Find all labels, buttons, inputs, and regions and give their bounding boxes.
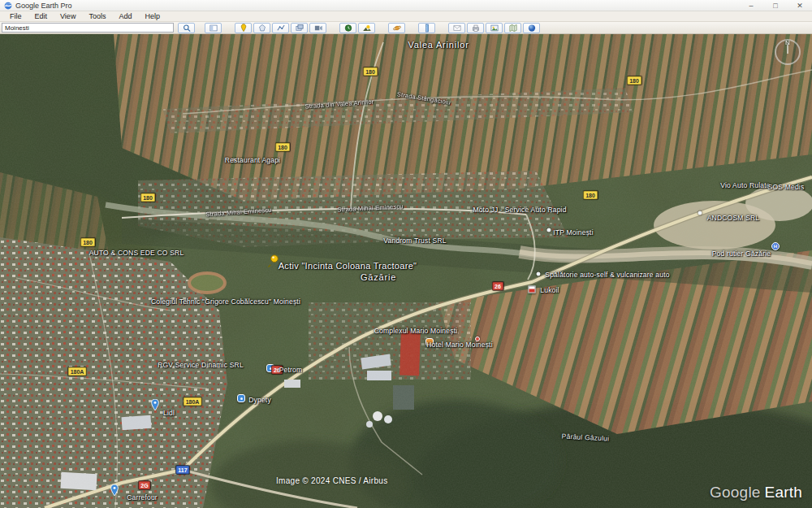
lukoil-poi-icon[interactable] — [529, 286, 536, 293]
carrefour-pin-icon[interactable] — [110, 484, 119, 499]
sidebar-toggle-button[interactable] — [205, 23, 222, 33]
imagery-attribution: Image © 2024 CNES / Airbus — [276, 476, 387, 485]
google-earth-logo: GoogleEarth — [710, 484, 802, 501]
map-label-carrefour[interactable]: Carrefour — [127, 493, 158, 501]
sunlight-button[interactable] — [358, 23, 375, 33]
road-badge-180: 180 — [275, 143, 290, 152]
road-badge-180: 180 — [363, 67, 378, 76]
map-label-sos-medis[interactable]: SOS Medis — [768, 183, 805, 191]
minimize-button[interactable]: – — [739, 0, 763, 11]
menu-file[interactable]: File — [3, 11, 28, 22]
planets-button[interactable] — [388, 23, 405, 33]
road-badge-180a: 180A — [184, 397, 202, 406]
menu-bar: FileEditViewToolsAddHelp — [0, 11, 812, 22]
menu-view[interactable]: View — [54, 11, 82, 22]
map-label-vandrom-trust[interactable]: Vandrom Trust SRL — [383, 237, 446, 245]
add-image-overlay-button[interactable] — [291, 23, 308, 33]
map-label-valea-arinilor: Valea Arinilor — [408, 40, 469, 50]
ruler-button[interactable] — [418, 23, 435, 33]
road-badge-26: 26 — [492, 282, 503, 291]
menu-edit[interactable]: Edit — [28, 11, 54, 22]
add-polygon-button[interactable] — [253, 23, 270, 33]
logo-google-text: Google — [710, 484, 760, 501]
map-label-dypety[interactable]: Dypety — [248, 396, 271, 404]
map-label-hotel-mario[interactable]: Hotel Mario Moinești — [426, 341, 492, 349]
map-label-pod-rutier-gazarie[interactable]: Pod rutier Găzărie — [712, 250, 771, 258]
save-image-button[interactable] — [486, 23, 503, 33]
map-label-lukoil[interactable]: Lukoil — [540, 286, 559, 294]
map-label-moto-service-auto-rapid[interactable]: Moto JJ - Service Auto Rapid — [473, 206, 566, 214]
compass[interactable]: N — [775, 39, 801, 65]
window-title: Google Earth Pro — [15, 2, 72, 10]
compass-ring: N — [775, 39, 801, 65]
search-button[interactable] — [178, 23, 195, 33]
compass-north-label: N — [785, 39, 790, 46]
itp-poi-icon[interactable] — [547, 228, 551, 232]
map-label-auto-cons-ede[interactable]: AUTO & CONS EDE CO SRL — [89, 249, 184, 257]
andcosm-poi-icon[interactable] — [698, 211, 702, 215]
view-in-maps-button[interactable] — [504, 23, 521, 33]
map-label-spalatorie-auto[interactable]: Spălătorie auto-self & vulcanizare auto — [545, 271, 669, 279]
earth-sphere-button[interactable] — [523, 23, 540, 33]
map-label-petrom[interactable]: Petrom — [279, 366, 303, 374]
road-badge-117: 117 — [175, 466, 189, 475]
menu-help[interactable]: Help — [138, 11, 166, 22]
historical-imagery-button[interactable] — [339, 23, 356, 33]
menu-tools[interactable]: Tools — [82, 11, 112, 22]
email-button[interactable] — [448, 23, 465, 33]
road-badge-180: 180 — [80, 238, 95, 247]
map-viewport[interactable]: H 180180180180180180180A180A1172G2626 Va… — [0, 34, 812, 508]
map-label-vio-auto-rulate[interactable]: Vio Auto Rulate — [720, 181, 770, 189]
road-badge-180: 180 — [583, 191, 598, 200]
print-button[interactable] — [467, 23, 484, 33]
logo-earth-text: Earth — [765, 484, 802, 501]
map-label-activ-incinta[interactable]: Activ "Incinta Coloana Tractoare" — [279, 261, 417, 271]
map-label-lidl[interactable]: Lidl — [163, 409, 175, 417]
hospital-poi-icon[interactable]: H — [771, 242, 780, 250]
app-icon — [4, 2, 12, 10]
map-label-rgv-service[interactable]: RGV Service Dinamic SRL — [158, 361, 244, 369]
search-input[interactable] — [2, 23, 174, 33]
dypety-poi-icon[interactable] — [237, 394, 245, 402]
google-earth-window: Google Earth Pro – □ ✕ FileEditViewTools… — [0, 0, 812, 508]
map-label-gazarie: Găzărie — [361, 272, 396, 282]
menu-add[interactable]: Add — [112, 11, 138, 22]
record-tour-button[interactable] — [309, 23, 326, 33]
maximize-button[interactable]: □ — [763, 0, 788, 11]
map-label-complexul-mario[interactable]: Complexul Mario Moinești — [374, 327, 458, 335]
map-label-itp-moinesti[interactable]: ITP Moinești — [553, 228, 593, 237]
road-badge-180: 180 — [140, 193, 155, 202]
toolbar — [0, 22, 812, 34]
close-button[interactable]: ✕ — [788, 0, 812, 11]
lidl-pin-icon[interactable] — [151, 399, 160, 414]
road-badge-180: 180 — [627, 76, 641, 85]
add-path-button[interactable] — [272, 23, 289, 33]
title-bar: Google Earth Pro – □ ✕ — [0, 0, 812, 11]
map-label-andcosm-srl[interactable]: ANDCOSM SRL — [707, 214, 760, 222]
road-badge-2g: 2G — [138, 481, 150, 490]
map-label-restaurant-agapi[interactable]: Restaurant Agapi — [225, 156, 280, 164]
spalatorie-poi-icon[interactable] — [537, 272, 541, 276]
add-placemark-button[interactable] — [235, 23, 252, 33]
map-label-colegiul-tehnic[interactable]: Colegiul Tehnic "Grigore Cobălcescu" Moi… — [151, 297, 300, 306]
road-badge-180a: 180A — [68, 367, 87, 376]
satellite-imagery — [0, 34, 812, 508]
